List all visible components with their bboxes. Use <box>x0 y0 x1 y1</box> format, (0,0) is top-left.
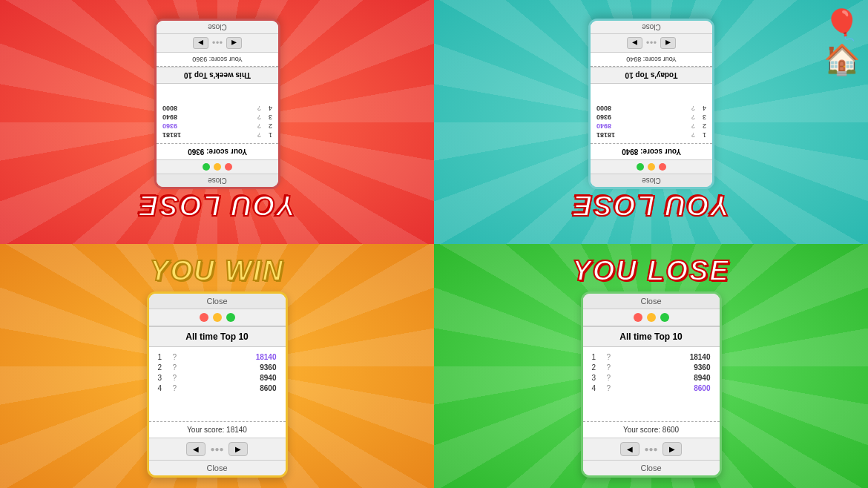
dot-yellow-q1 <box>214 163 221 171</box>
q4-bottom-score: Your score: 8600 <box>583 421 720 438</box>
q1-nav-controls: ◀ ●●● ▶ <box>157 34 278 53</box>
q3-section-title: All time Top 10 <box>149 326 286 347</box>
q3-window-controls <box>149 309 286 326</box>
q1-window-controls <box>157 159 278 174</box>
lb-row: 4 ? 8600 <box>157 384 278 392</box>
q1-nav-dots: ●●● <box>211 40 223 47</box>
balloon-decoration: 🎈🏠 <box>823 7 861 77</box>
q2-window-controls <box>591 159 712 174</box>
q4-section-title: All time Top 10 <box>583 326 720 347</box>
lb-row: 2 ? 9360 <box>157 363 278 372</box>
dot-green-q3 <box>226 313 235 322</box>
q4-game-card: Close All time Top 10 1 ? 18140 2 ? <box>581 291 722 478</box>
lb-row: 2 ? 9360 <box>162 122 272 130</box>
dot-yellow-q4 <box>647 313 656 322</box>
q4-close-bottom[interactable]: Close <box>583 460 720 475</box>
q1-close-top[interactable]: Close <box>157 174 278 187</box>
q3-nav-controls: ◀ ●●● ▶ <box>149 438 286 460</box>
q4-next-btn[interactable]: ▶ <box>662 442 682 456</box>
lb-row: 3 ? 8940 <box>157 374 278 382</box>
q3-content: YOU WIN Close All time Top 10 1 ? 18140 <box>147 255 288 478</box>
q3-result-text: YOU WIN <box>150 255 284 287</box>
q4-leaderboard: 1 ? 18140 2 ? 9360 3 ? 8940 <box>583 347 720 421</box>
q4-content: YOU LOSE Close All time Top 10 1 ? 18140 <box>572 255 729 478</box>
quadrant-bottom-left: YOU WIN Close All time Top 10 1 ? 18140 <box>0 244 434 488</box>
q2-prev-btn[interactable]: ◀ <box>660 37 676 49</box>
q3-nav-dots: ●●● <box>210 445 223 453</box>
q2-bottom-score: Your score: 8940 <box>591 53 712 67</box>
lb-row: 3 ? 9360 <box>596 113 706 121</box>
q4-prev-btn[interactable]: ◀ <box>620 442 640 456</box>
q4-nav-dots: ●●● <box>644 445 657 453</box>
q1-bottom-score: Your score: 9360 <box>157 53 278 67</box>
q1-score-header: Your score: 9360 <box>157 143 278 159</box>
q1-close-bottom[interactable]: Close <box>157 21 278 34</box>
q1-leaderboard: 1 ? 18181 2 ? 9360 3 ? 8940 <box>157 84 278 143</box>
dot-red-q4 <box>634 313 642 322</box>
q2-score-header: Your score: 8940 <box>591 143 712 159</box>
dot-green-q4 <box>660 313 669 322</box>
q2-leaderboard: 1 ? 18181 2 ? 8940 3 ? 9360 <box>591 84 712 143</box>
dot-red-q3 <box>200 313 208 322</box>
dot-yellow-q3 <box>213 313 222 322</box>
q2-game-card: Close Your score: 8940 1 ? 18181 <box>588 19 714 189</box>
q3-leaderboard: 1 ? 18140 2 ? 9360 3 ? 8940 <box>149 347 286 421</box>
q1-next-btn[interactable]: ▶ <box>192 37 208 49</box>
q2-card-wrapper: Close Your score: 8940 1 ? 18181 <box>588 19 714 189</box>
q3-close-top[interactable]: Close <box>149 294 286 309</box>
lb-row: 1 ? 18181 <box>162 131 272 139</box>
quadrant-top-right: 🎈🏠 Close Your score: 8940 1 ? <box>434 0 868 244</box>
lb-row: 1 ? 18140 <box>591 353 712 361</box>
q4-close-top[interactable]: Close <box>583 294 720 309</box>
lb-row: 4 ? 8000 <box>596 105 706 112</box>
dot-green-q2 <box>637 163 644 171</box>
q3-next-btn[interactable]: ▶ <box>228 442 248 456</box>
q4-result-text: YOU LOSE <box>572 255 729 287</box>
lb-row: 4 ? 8000 <box>162 105 272 112</box>
q1-result-text: YOU LOSE <box>138 189 295 221</box>
q2-content: Close Your score: 8940 1 ? 18181 <box>572 19 729 225</box>
lb-row: 3 ? 8940 <box>162 113 272 121</box>
q4-nav-controls: ◀ ●●● ▶ <box>583 438 720 460</box>
q3-close-bottom[interactable]: Close <box>149 460 286 475</box>
q1-game-card: Close Your score: 9360 1 ? 18181 <box>154 19 280 189</box>
quadrant-bottom-right: YOU LOSE Close All time Top 10 1 ? 18140 <box>434 244 868 488</box>
q2-result-text: YOU LOSE <box>572 189 729 221</box>
q4-window-controls <box>583 309 720 326</box>
game-quadrants: Close Your score: 9360 1 ? 18181 <box>0 0 868 488</box>
lb-row: 4 ? 8600 <box>591 384 712 392</box>
q1-prev-btn[interactable]: ◀ <box>226 37 242 49</box>
q3-game-card: Close All time Top 10 1 ? 18140 2 ? <box>147 291 288 478</box>
q2-close-bottom[interactable]: Close <box>591 21 712 34</box>
dot-yellow-q2 <box>648 163 655 171</box>
dot-green-q1 <box>203 163 210 171</box>
quadrant-top-left: Close Your score: 9360 1 ? 18181 <box>0 0 434 244</box>
q2-section-title: Today's Top 10 <box>591 67 712 84</box>
lb-row: 1 ? 18181 <box>596 131 706 139</box>
lb-row: 3 ? 8940 <box>591 374 712 382</box>
q1-content: Close Your score: 9360 1 ? 18181 <box>138 19 295 225</box>
q1-section-title: This week's Top 10 <box>157 67 278 84</box>
lb-row: 2 ? 8940 <box>596 122 706 130</box>
lb-row: 2 ? 9360 <box>591 363 712 372</box>
lb-row: 1 ? 18140 <box>157 353 278 361</box>
q2-close-top[interactable]: Close <box>591 174 712 187</box>
q2-nav-dots: ●●● <box>645 40 657 47</box>
dot-red-q2 <box>659 163 666 171</box>
q3-prev-btn[interactable]: ◀ <box>186 442 206 456</box>
q2-next-btn[interactable]: ▶ <box>626 37 642 49</box>
q2-nav-controls: ◀ ●●● ▶ <box>591 34 712 53</box>
dot-red-q1 <box>225 163 232 171</box>
q3-bottom-score: Your score: 18140 <box>149 421 286 438</box>
q1-card-wrapper: Close Your score: 9360 1 ? 18181 <box>154 19 280 189</box>
